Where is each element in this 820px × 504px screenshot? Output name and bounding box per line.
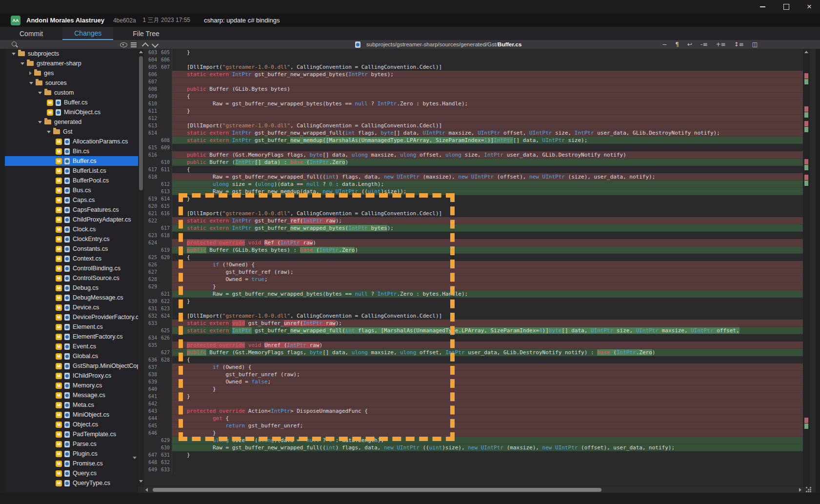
diff-row[interactable]: 613 Raw = gst_buffer_new_memdup(data, ne… [144,188,803,195]
diff-row[interactable]: 603605} [144,49,803,56]
tab-commit[interactable]: Commit [8,27,55,40]
diff-row[interactable]: 610public Buffer (IntPtr[] data) : base … [144,159,803,166]
diff-row[interactable]: 642 [144,400,803,407]
diff-row[interactable]: 632624[DllImport("gstreamer-1.0-0.dll", … [144,312,803,320]
diff-row[interactable]: 626 if (!Owned) { [144,261,803,268]
diff-row[interactable]: 630622} [144,298,803,305]
diff-row[interactable]: 638 gst_buffer_unref (raw); [144,371,803,378]
tree-item-promise.cs[interactable]: MPromise.cs [5,459,138,468]
chevron-down-icon[interactable] [12,53,16,55]
increase-context-icon[interactable]: +≡ [716,40,725,49]
diff-row[interactable]: 606static extern IntPtr gst_buffer_new_w… [144,71,803,78]
diff-row[interactable]: 619public Buffer (GLib.Bytes bytes) : ba… [144,246,803,254]
tree-item-debug.cs[interactable]: MDebug.cs [5,283,138,293]
maximize-button[interactable] [779,3,794,11]
diff-row[interactable]: 631623 [144,305,803,312]
tree-item-query.cs[interactable]: MQuery.cs [5,468,138,478]
diff-row[interactable]: 644 get { [144,415,803,422]
diff-row[interactable]: 628 Owned = true; [144,276,803,283]
diff-row[interactable]: 621 Raw = gst_buffer_new_wrapped_bytes(b… [144,290,803,298]
diff-row[interactable]: 614static extern IntPtr gst_buffer_new_w… [144,129,803,137]
diff-row[interactable]: 643protected override Action<IntPtr> Dis… [144,407,803,415]
tree-item-allocationparams.cs[interactable]: MAllocationParams.cs [5,137,138,146]
tree-item-padtemplate.cs[interactable]: MPadTemplate.cs [5,429,138,439]
tree-item-bus.cs[interactable]: MBus.cs [5,185,138,195]
diff-row[interactable]: 629 } [144,283,803,290]
tree-item-device.cs[interactable]: MDevice.cs [5,302,138,312]
tree-item-subprojects[interactable]: subprojects [5,49,138,59]
scroll-up-icon[interactable] [139,51,143,53]
diff-row[interactable]: 633static extern void gst_buffer_unref(I… [144,320,803,327]
tree-item-custom[interactable]: custom [5,88,138,98]
eye-icon[interactable] [120,42,127,47]
diff-row[interactable]: 648632 [144,459,803,466]
diff-row[interactable]: 637 if (Owned) { [144,363,803,371]
chevron-down-icon[interactable] [38,121,42,123]
diff-row[interactable]: 612 [144,115,803,122]
whitespace-icon[interactable]: ¶ [675,40,679,49]
search-icon[interactable] [12,41,17,46]
chevron-down-icon[interactable] [38,92,42,94]
diff-row[interactable]: 609{ [144,93,803,100]
tree-item-generated[interactable]: generated [5,117,138,127]
diff-row[interactable]: 613[DllImport("gstreamer-1.0-0.dll", Cal… [144,122,803,129]
tree-item-plugin.cs[interactable]: MPlugin.cs [5,449,138,459]
tree-item-querytype.cs[interactable]: MQueryType.cs [5,478,138,488]
tree-item-buffer.cs[interactable]: MBuffer.cs [5,98,138,107]
diff-row[interactable]: 625static extern IntPtr gst_buffer_new_w… [144,327,803,334]
diff-row[interactable]: 608public Buffer (GLib.Bytes bytes) [144,85,803,93]
diff-row[interactable]: 610 Raw = gst_buffer_new_wrapped_bytes(b… [144,100,803,107]
diff-row[interactable]: 620615 [144,202,803,210]
diff-row[interactable]: 627 gst_buffer_ref (raw); [144,268,803,276]
tree-item-controlbinding.cs[interactable]: MControlBinding.cs [5,263,138,273]
diff-row[interactable]: 646 } [144,429,803,437]
tree-item-ges[interactable]: ges [5,68,138,78]
diff-row[interactable]: 627public Buffer (Gst.MemoryFlags flags,… [144,349,803,356]
tree-item-miniobject.cs[interactable]: MMiniObject.cs [5,410,138,420]
tree-item-buffer.cs[interactable]: MBuffer.cs [5,156,138,166]
diff-row[interactable]: 607 [144,78,803,85]
tree-item-sources[interactable]: sources [5,78,138,88]
tree-item-event.cs[interactable]: MEvent.cs [5,342,138,351]
hide-unchanged-icon[interactable]: − [662,40,667,49]
tree-item-memory.cs[interactable]: MMemory.cs [5,381,138,390]
tree-scroll-down-icon[interactable] [133,457,137,459]
tree-item-meta.cs[interactable]: MMeta.cs [5,400,138,410]
side-by-side-icon[interactable]: ◫ [752,40,758,49]
tree-item-childproxyadapter.cs[interactable]: MChildProxyAdapter.cs [5,215,138,224]
diff-row[interactable]: 617611{ [144,166,803,173]
diff-row[interactable]: 635protected override void Unref (IntPtr… [144,342,803,349]
scroll-right-icon[interactable] [799,488,801,492]
diff-row[interactable]: 621616[DllImport("gstreamer-1.0-0.dll", … [144,210,803,217]
tree-item-object.cs[interactable]: MObject.cs [5,420,138,429]
diff-row[interactable]: 639 Owned = false; [144,378,803,385]
chevron-down-icon[interactable] [20,62,24,65]
minimize-button[interactable] [755,3,770,11]
diff-row[interactable]: 623618 [144,232,803,239]
diff-row[interactable]: 608static extern IntPtr gst_buffer_new_m… [144,137,803,144]
tree-item-parse.cs[interactable]: MParse.cs [5,439,138,449]
diff-row[interactable]: 630 Raw = gst_buffer_new_wrapped_full((i… [144,444,803,451]
scrollbar-thumb[interactable] [139,56,143,190]
diff-scrollbar-horizontal[interactable] [144,487,803,493]
tree-item-clock.cs[interactable]: MClock.cs [5,224,138,234]
tab-changes[interactable]: Changes [62,27,113,40]
tree-item-caps.cs[interactable]: MCaps.cs [5,195,138,205]
diff-row[interactable]: 619614} [144,195,803,202]
previous-change-icon[interactable] [142,42,149,49]
tree-item-clockentry.cs[interactable]: MClockEntry.cs [5,234,138,244]
diff-row[interactable]: 605607[DllImport("gstreamer-1.0-0.dll", … [144,63,803,71]
list-options-icon[interactable] [131,42,137,47]
diff-row[interactable]: 640 } [144,385,803,393]
diff-row[interactable]: 625620{ [144,254,803,261]
expand-context-icon[interactable]: ↕≡ [734,40,744,49]
tree-item-capsfeatures.cs[interactable]: MCapsFeatures.cs [5,205,138,215]
tree-item-bin.cs[interactable]: MBin.cs [5,146,138,156]
diff-scrollbar-vertical[interactable] [138,49,144,487]
tree-item-controlsource.cs[interactable]: MControlSource.cs [5,273,138,283]
diff-row[interactable]: 634626 [144,334,803,342]
chevron-right-icon[interactable] [29,71,32,75]
scroll-down-icon[interactable] [139,480,143,483]
diff-row[interactable]: 629 ulong size = (ulong)(data == null ? … [144,437,803,444]
tree-item-bufferpool.cs[interactable]: MBufferPool.cs [5,176,138,185]
